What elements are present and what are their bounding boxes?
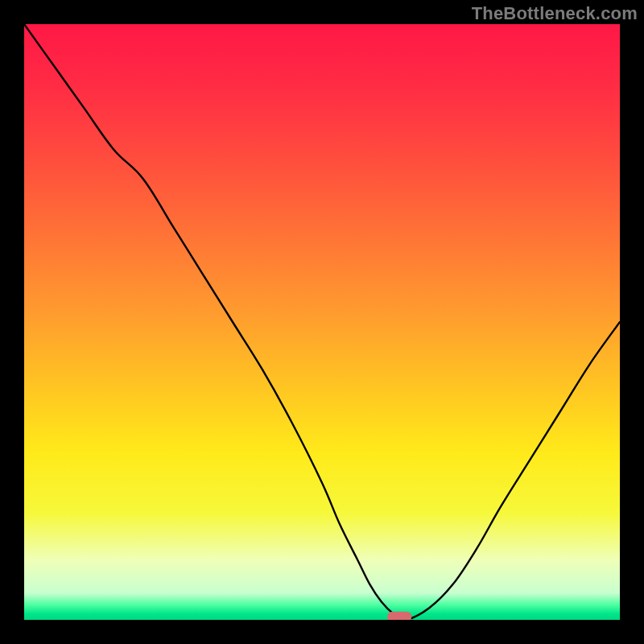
plot-area bbox=[24, 24, 620, 620]
plot-svg bbox=[24, 24, 620, 620]
chart-frame: TheBottleneck.com bbox=[0, 0, 644, 644]
optimal-marker bbox=[387, 612, 411, 620]
attribution-text: TheBottleneck.com bbox=[472, 3, 638, 24]
gradient-background bbox=[24, 24, 620, 620]
